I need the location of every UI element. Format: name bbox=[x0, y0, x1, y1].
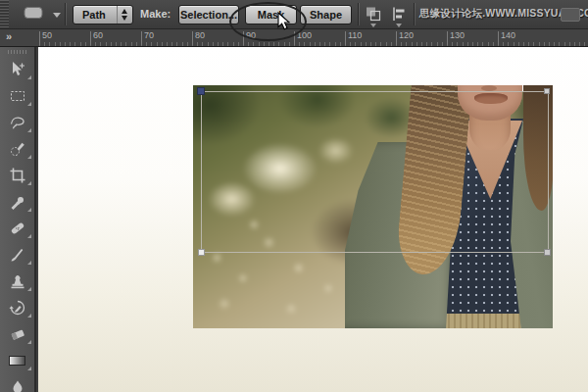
subject-lips bbox=[474, 93, 508, 104]
eyedropper-tool-icon bbox=[9, 193, 26, 211]
blur-tool[interactable] bbox=[0, 374, 34, 392]
top-ruler[interactable]: » 50 60 70 80 90 100 110 120 130 140 bbox=[0, 29, 588, 47]
clone-stamp-tool-icon bbox=[9, 272, 26, 290]
crop-tool-icon bbox=[9, 167, 26, 184]
gradient-tool-icon bbox=[9, 356, 25, 366]
make-selection-button[interactable]: Selection... bbox=[178, 5, 239, 24]
lasso-tool-icon bbox=[9, 114, 26, 131]
separator bbox=[358, 3, 359, 25]
make-shape-button[interactable]: Shape bbox=[300, 5, 352, 24]
path-operations-dropdown-icon[interactable] bbox=[370, 24, 376, 27]
path-anchor-bottom-left[interactable] bbox=[198, 249, 205, 256]
history-brush-tool[interactable] bbox=[0, 295, 34, 320]
photo-image[interactable] bbox=[193, 85, 553, 328]
rectangular-marquee-tool-icon bbox=[9, 87, 26, 105]
make-mask-button[interactable]: Mask bbox=[245, 5, 297, 24]
path-anchor-top-right[interactable] bbox=[544, 88, 550, 94]
separator bbox=[65, 3, 66, 25]
eraser-tool-icon bbox=[9, 325, 26, 343]
spot-healing-brush-tool[interactable] bbox=[0, 216, 34, 241]
path-alignment-dropdown-icon[interactable] bbox=[396, 24, 402, 27]
path-anchor-top-left-selected[interactable] bbox=[197, 87, 205, 95]
photoshop-window: Path Make: Selection... Mask Shape 思缘设计论… bbox=[0, 0, 588, 392]
rectangular-marquee-tool[interactable] bbox=[0, 83, 34, 109]
subject-nose-shadow bbox=[481, 85, 497, 91]
options-bar-grip[interactable] bbox=[0, 0, 9, 28]
path-anchor-bottom-right[interactable] bbox=[544, 249, 551, 256]
lasso-tool[interactable] bbox=[0, 110, 34, 135]
brush-tool[interactable] bbox=[0, 242, 34, 268]
brush-tool-icon bbox=[9, 246, 26, 264]
tools-panel bbox=[0, 47, 36, 392]
quick-selection-tool[interactable] bbox=[0, 136, 34, 162]
double-chevron-icon[interactable]: » bbox=[6, 30, 11, 42]
move-tool-icon bbox=[9, 61, 26, 78]
eraser-tool[interactable] bbox=[0, 321, 34, 347]
quick-selection-tool-icon bbox=[9, 140, 26, 158]
tool-preset-dropdown-icon[interactable] bbox=[53, 13, 61, 18]
options-bar: Path Make: Selection... Mask Shape 思缘设计论… bbox=[0, 0, 588, 29]
tool-preset-button[interactable] bbox=[17, 3, 50, 25]
tools-panel-grip[interactable] bbox=[8, 50, 26, 54]
move-tool[interactable] bbox=[0, 57, 34, 82]
gradient-tool[interactable] bbox=[0, 348, 34, 373]
pick-tool-mode-value: Path bbox=[82, 9, 106, 21]
crop-tool[interactable] bbox=[0, 163, 34, 188]
rounded-rectangle-tool-icon bbox=[22, 4, 45, 25]
watermark-text: 思缘设计论坛.WWW.MISSYUAN.COM bbox=[419, 7, 581, 21]
make-label: Make: bbox=[140, 8, 171, 20]
history-brush-tool-icon bbox=[9, 299, 26, 317]
select-stepper-icon bbox=[117, 6, 132, 24]
separator bbox=[414, 3, 415, 25]
spot-healing-brush-tool-icon bbox=[9, 220, 26, 237]
eyedropper-tool[interactable] bbox=[0, 189, 34, 215]
blur-tool-icon bbox=[9, 378, 26, 392]
options-bar-overflow-button[interactable] bbox=[561, 8, 580, 22]
clone-stamp-tool[interactable] bbox=[0, 269, 34, 294]
document-canvas[interactable] bbox=[38, 47, 588, 392]
pick-tool-mode-select[interactable]: Path bbox=[73, 5, 133, 24]
